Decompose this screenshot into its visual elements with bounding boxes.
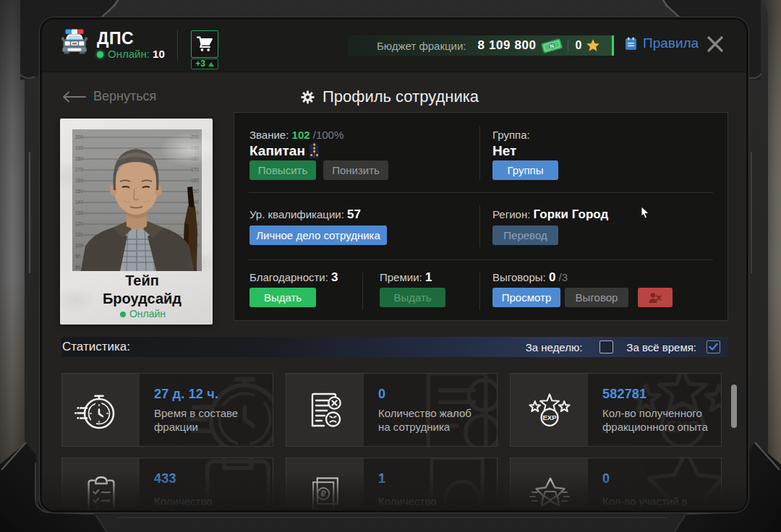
- svg-text:130: 130: [191, 210, 199, 215]
- svg-text:140: 140: [191, 200, 199, 205]
- svg-text:160: 160: [191, 178, 199, 183]
- svg-text:80: 80: [75, 265, 81, 270]
- svg-text:160: 160: [75, 178, 83, 183]
- svg-text:₽: ₽: [320, 489, 325, 498]
- svg-text:120: 120: [191, 221, 199, 226]
- svg-text:180: 180: [191, 156, 199, 161]
- svg-text:170: 170: [191, 167, 199, 172]
- svg-text:200: 200: [191, 134, 199, 140]
- svg-text:150: 150: [75, 189, 83, 194]
- svg-text:170: 170: [75, 167, 83, 172]
- svg-text:130: 130: [75, 210, 83, 215]
- svg-text:110: 110: [75, 232, 83, 237]
- svg-text:200: 200: [75, 134, 83, 140]
- svg-text:100: 100: [191, 243, 199, 248]
- svg-text:100: 100: [75, 243, 83, 248]
- svg-text:150: 150: [191, 189, 199, 194]
- svg-text:EXP: EXP: [542, 413, 556, 421]
- svg-text:90: 90: [75, 254, 81, 259]
- svg-text:180: 180: [75, 156, 83, 161]
- svg-text:140: 140: [75, 200, 83, 205]
- svg-text:80: 80: [191, 265, 197, 270]
- svg-text:120: 120: [75, 221, 83, 226]
- svg-text:190: 190: [191, 145, 199, 150]
- svg-text:110: 110: [191, 232, 199, 237]
- svg-text:90: 90: [191, 254, 197, 259]
- svg-text:190: 190: [75, 145, 83, 150]
